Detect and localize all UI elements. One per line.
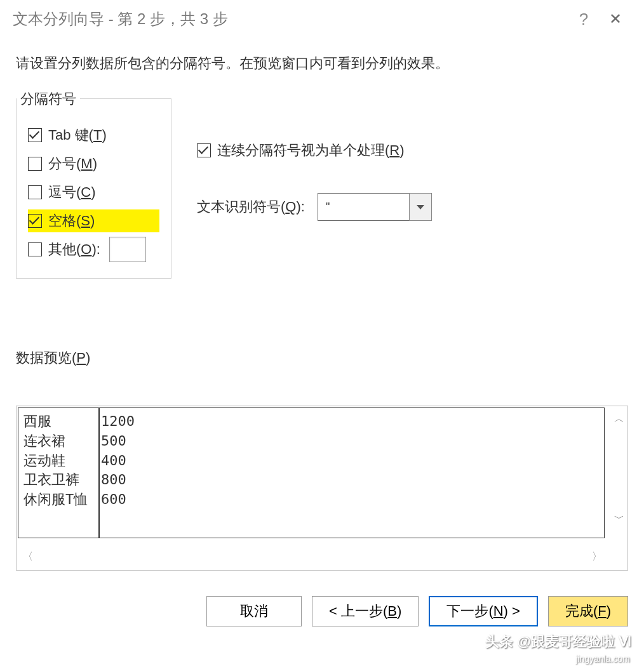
cell: 休闲服T恤 [23,490,101,510]
preview-box: 西服1200 连衣裙500 运动鞋400 卫衣卫裤800 休闲服T恤600 ︿ … [16,406,628,571]
preview-row: 西服1200 [23,412,604,432]
text-qualifier-value[interactable]: " [318,193,410,221]
cancel-button[interactable]: 取消 [206,596,302,626]
preview-row: 卫衣卫裤800 [23,470,604,490]
horizontal-scrollbar[interactable]: 〈 〉 [23,547,602,566]
cell: 800 [101,470,126,490]
vertical-scrollbar[interactable]: ︿ ﹀ [611,406,627,570]
cell: 运动鞋 [23,451,101,471]
preview-row: 休闲服T恤600 [23,490,604,510]
cell: 卫衣卫裤 [23,470,101,490]
cell: 500 [101,432,126,451]
checkbox-space-label[interactable]: 空格(S) [48,211,95,230]
checkbox-consecutive[interactable] [197,143,211,157]
checkbox-consecutive-label[interactable]: 连续分隔符号视为单个处理(R) [217,141,405,160]
window-title: 文本分列向导 - 第 2 步，共 3 步 [13,9,568,29]
checkbox-tab[interactable] [28,128,42,142]
button-bar: 取消 < 上一步(B) 下一步(N) > 完成(F) [0,577,644,626]
cell: 西服 [23,412,101,432]
checkbox-row-other: 其他(O): [28,238,159,261]
checkbox-row-space: 空格(S) [28,209,159,232]
watermark-url: jingyanla.com [575,654,630,664]
column-separator [98,408,100,538]
checkbox-comma-label[interactable]: 逗号(C) [48,183,96,202]
cell: 600 [101,490,126,510]
checkbox-row-consecutive: 连续分隔符号视为单个处理(R) [197,139,432,162]
checkbox-comma[interactable] [28,185,42,199]
cell: 连衣裙 [23,432,101,451]
chevron-down-icon [417,205,424,209]
scroll-up-icon[interactable]: ︿ [614,413,624,426]
preview-row: 连衣裙500 [23,432,604,451]
next-button[interactable]: 下一步(N) > [429,596,538,626]
checkbox-space[interactable] [28,214,42,228]
cell: 1200 [101,412,135,432]
help-button[interactable]: ? [568,10,600,29]
back-button[interactable]: < 上一步(B) [312,596,419,626]
checkbox-other[interactable] [28,242,42,256]
checkbox-row-tab: Tab 键(T) [28,124,159,147]
scroll-left-icon[interactable]: 〈 [23,550,33,564]
preview-content: 西服1200 连衣裙500 运动鞋400 卫衣卫裤800 休闲服T恤600 [18,407,605,538]
scroll-right-icon[interactable]: 〉 [592,550,602,564]
preview-label: 数据预览(P) [16,348,628,368]
text-qualifier-label: 文本识别符号(Q): [197,197,305,216]
text-qualifier-row: 文本识别符号(Q): " [197,193,432,221]
checkbox-other-label[interactable]: 其他(O): [48,240,100,259]
finish-button[interactable]: 完成(F) [548,596,628,626]
other-delimiter-input[interactable] [109,237,146,262]
titlebar: 文本分列向导 - 第 2 步，共 3 步 ? ✕ [0,0,644,38]
scroll-down-icon[interactable]: ﹀ [614,512,624,526]
checkbox-row-semicolon: 分号(M) [28,152,159,175]
cell: 400 [101,451,126,471]
delimiter-group-label: 分隔符号 [17,89,80,109]
text-qualifier-dropdown[interactable]: " [318,193,432,221]
dropdown-button[interactable] [409,193,432,221]
close-button[interactable]: ✕ [600,10,631,28]
right-options-panel: 连续分隔符号视为单个处理(R) 文本识别符号(Q): " [197,98,432,279]
instruction-text: 请设置分列数据所包含的分隔符号。在预览窗口内可看到分列的效果。 [16,54,628,73]
checkbox-row-comma: 逗号(C) [28,181,159,204]
delimiter-groupbox: 分隔符号 Tab 键(T) 分号(M) 逗号(C) 空格(S) 其他(O): [16,98,171,279]
checkbox-tab-label[interactable]: Tab 键(T) [48,126,107,145]
preview-section: 数据预览(P) 西服1200 连衣裙500 运动鞋400 卫衣卫裤800 休闲服… [16,348,628,571]
checkbox-semicolon[interactable] [28,157,42,171]
watermark-text: 头条 @跟麦哥经验啦 Ⅵ [485,632,631,651]
preview-row: 运动鞋400 [23,451,604,471]
checkbox-semicolon-label[interactable]: 分号(M) [48,154,97,173]
